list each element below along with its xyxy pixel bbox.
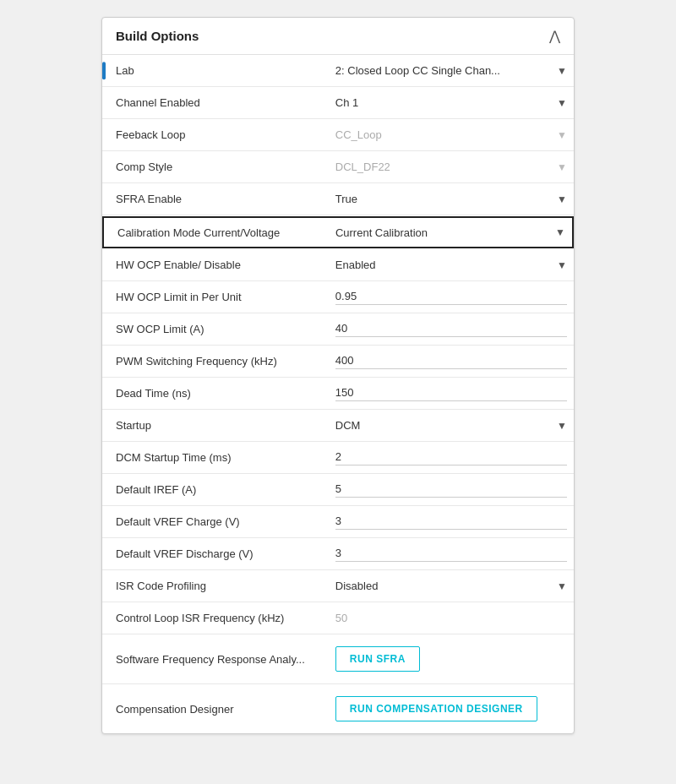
panel-header: Build Options ⋀	[102, 18, 574, 55]
label-hw_ocp_limit: HW OCP Limit in Per Unit	[102, 284, 329, 310]
row-lab: Lab2: Closed Loop CC Single Chan...▼	[102, 55, 574, 87]
value-text-channel_enabled: Ch 1	[335, 96, 552, 109]
row-sfra_enable: SFRA EnableTrue▼	[102, 183, 574, 215]
row-default_vref_charge: Default VREF Charge (V)3	[102, 506, 574, 538]
dropdown-arrow-startup[interactable]: ▼	[557, 420, 567, 432]
value-text-sw_ocp_limit: 40	[335, 322, 567, 337]
dropdown-arrow-comp_style[interactable]: ▼	[557, 161, 567, 173]
panel-title: Build Options	[116, 29, 199, 43]
value-default_vref_discharge: 3	[329, 542, 574, 567]
label-startup: Startup	[102, 412, 329, 438]
label-default_iref: Default IREF (A)	[102, 476, 329, 503]
value-hw_ocp_limit: 0.95	[329, 285, 574, 310]
value-text-default_iref: 5	[335, 482, 567, 498]
value-text-startup: DCM	[335, 419, 552, 432]
value-text-hw_ocp_enable: Enabled	[335, 259, 552, 271]
row-hw_ocp_enable: HW OCP Enable/ DisableEnabled▼	[102, 249, 574, 281]
label-channel_enabled: Channel Enabled	[102, 90, 329, 116]
label-comp_style: Comp Style	[102, 154, 329, 180]
value-text-feedback_loop: CC_Loop	[335, 128, 552, 141]
value-text-dcm_startup_time: 2	[335, 450, 567, 466]
value-text-default_vref_charge: 3	[335, 514, 567, 530]
button-row-run_sfra: Software Frequency Response Analy...RUN …	[102, 634, 574, 684]
value-sw_ocp_limit: 40	[329, 317, 574, 342]
value-comp_style[interactable]: DCL_DF22▼	[329, 155, 574, 178]
value-calibration_mode[interactable]: Current Calibration▼	[329, 221, 572, 244]
dropdown-arrow-feedback_loop[interactable]: ▼	[557, 129, 567, 141]
value-lab[interactable]: 2: Closed Loop CC Single Chan...▼	[329, 59, 574, 82]
label-feedback_loop: Feeback Loop	[102, 122, 329, 148]
value-hw_ocp_enable[interactable]: Enabled▼	[329, 253, 574, 276]
value-default_iref: 5	[329, 477, 574, 503]
dropdown-arrow-channel_enabled[interactable]: ▼	[557, 97, 567, 109]
label-control_loop_isr: Control Loop ISR Frequency (kHz)	[102, 605, 329, 631]
row-dead_time: Dead Time (ns)150	[102, 378, 574, 410]
row-dcm_startup_time: DCM Startup Time (ms)2	[102, 442, 574, 474]
row-pwm_switching: PWM Switching Frequency (kHz)400	[102, 346, 574, 378]
run_sfra-button[interactable]: RUN SFRA	[335, 646, 420, 672]
value-run_comp_designer: RUN COMPENSATION DESIGNER	[329, 691, 574, 727]
value-feedback_loop[interactable]: CC_Loop▼	[329, 123, 574, 146]
button-row-run_comp_designer: Compensation DesignerRUN COMPENSATION DE…	[102, 684, 574, 733]
row-sw_ocp_limit: SW OCP Limit (A)40	[102, 313, 574, 346]
label-run_comp_designer: Compensation Designer	[102, 696, 329, 722]
build-options-panel: Build Options ⋀ Lab2: Closed Loop CC Sin…	[101, 17, 575, 734]
label-default_vref_discharge: Default VREF Discharge (V)	[102, 541, 329, 567]
label-isr_code_profiling: ISR Code Profiling	[102, 573, 329, 599]
row-startup: StartupDCM▼	[102, 410, 574, 442]
value-startup[interactable]: DCM▼	[329, 414, 574, 437]
dropdown-arrow-hw_ocp_enable[interactable]: ▼	[557, 259, 567, 271]
label-pwm_switching: PWM Switching Frequency (kHz)	[102, 348, 329, 374]
value-text-default_vref_discharge: 3	[335, 547, 567, 562]
label-sfra_enable: SFRA Enable	[102, 186, 329, 212]
dropdown-arrow-lab[interactable]: ▼	[557, 65, 567, 77]
value-default_vref_charge: 3	[329, 509, 574, 535]
value-text-dead_time: 150	[335, 386, 567, 401]
panel-body: Lab2: Closed Loop CC Single Chan...▼Chan…	[102, 55, 574, 733]
row-default_vref_discharge: Default VREF Discharge (V)3	[102, 538, 574, 570]
label-default_vref_charge: Default VREF Charge (V)	[102, 509, 329, 535]
value-dcm_startup_time: 2	[329, 445, 574, 471]
value-text-isr_code_profiling: Disabled	[335, 580, 552, 592]
value-text-lab: 2: Closed Loop CC Single Chan...	[335, 64, 552, 77]
label-sw_ocp_limit: SW OCP Limit (A)	[102, 316, 329, 342]
row-isr_code_profiling: ISR Code ProfilingDisabled▼	[102, 570, 574, 602]
value-sfra_enable[interactable]: True▼	[329, 188, 574, 210]
value-pwm_switching: 400	[329, 349, 574, 374]
dropdown-arrow-calibration_mode[interactable]: ▼	[555, 226, 565, 238]
value-run_sfra: RUN SFRA	[329, 641, 574, 677]
row-comp_style: Comp StyleDCL_DF22▼	[102, 151, 574, 183]
row-control_loop_isr: Control Loop ISR Frequency (kHz)50	[102, 602, 574, 634]
run_comp_designer-button[interactable]: RUN COMPENSATION DESIGNER	[335, 696, 537, 721]
row-hw_ocp_limit: HW OCP Limit in Per Unit0.95	[102, 281, 574, 313]
label-dcm_startup_time: DCM Startup Time (ms)	[102, 444, 329, 471]
value-text-sfra_enable: True	[335, 193, 552, 205]
value-control_loop_isr: 50	[329, 607, 574, 629]
label-hw_ocp_enable: HW OCP Enable/ Disable	[102, 252, 329, 278]
row-calibration_mode: Calibration Mode Current/VoltageCurrent …	[102, 216, 574, 248]
value-text-pwm_switching: 400	[335, 354, 567, 369]
value-dead_time: 150	[329, 381, 574, 406]
label-calibration_mode: Calibration Mode Current/Voltage	[104, 220, 329, 246]
row-feedback_loop: Feeback LoopCC_Loop▼	[102, 119, 574, 151]
dropdown-arrow-isr_code_profiling[interactable]: ▼	[557, 580, 567, 592]
value-text-comp_style: DCL_DF22	[335, 161, 552, 173]
value-text-calibration_mode: Current Calibration	[335, 226, 550, 239]
label-run_sfra: Software Frequency Response Analy...	[102, 646, 329, 672]
dropdown-arrow-sfra_enable[interactable]: ▼	[557, 193, 567, 205]
value-text-control_loop_isr: 50	[335, 612, 567, 624]
row-channel_enabled: Channel EnabledCh 1▼	[102, 87, 574, 119]
row-default_iref: Default IREF (A)5	[102, 474, 574, 506]
value-text-hw_ocp_limit: 0.95	[335, 290, 567, 305]
value-channel_enabled[interactable]: Ch 1▼	[329, 91, 574, 114]
label-dead_time: Dead Time (ns)	[102, 380, 329, 406]
label-lab: Lab	[102, 57, 329, 84]
value-isr_code_profiling[interactable]: Disabled▼	[329, 574, 574, 597]
collapse-icon[interactable]: ⋀	[549, 28, 560, 44]
